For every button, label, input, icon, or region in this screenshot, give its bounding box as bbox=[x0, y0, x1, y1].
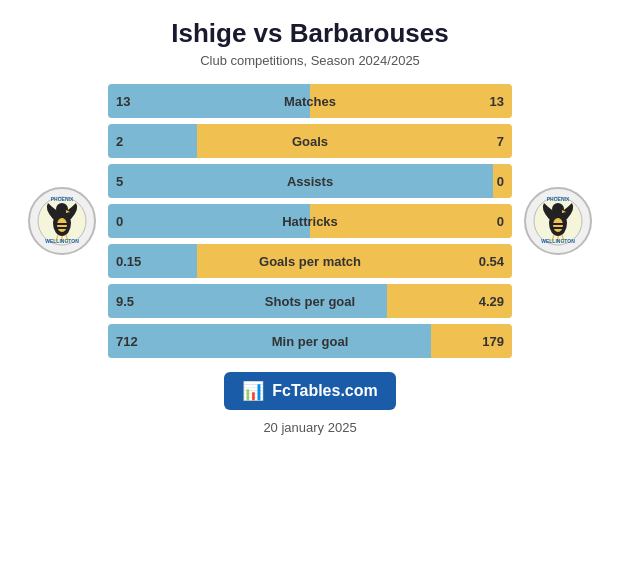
stat-right-value: 4.29 bbox=[479, 294, 504, 309]
stat-row: 2Goals7 bbox=[108, 124, 512, 158]
fctables-icon: 📊 bbox=[242, 380, 264, 402]
svg-rect-13 bbox=[553, 227, 563, 229]
stat-row: 9.5Shots per goal4.29 bbox=[108, 284, 512, 318]
svg-rect-12 bbox=[553, 223, 563, 225]
stat-row: 712Min per goal179 bbox=[108, 324, 512, 358]
stat-left-value: 9.5 bbox=[116, 294, 134, 309]
svg-text:WELLINGTON: WELLINGTON bbox=[45, 238, 79, 244]
stat-left-value: 2 bbox=[116, 134, 123, 149]
stat-row: 0.15Goals per match0.54 bbox=[108, 244, 512, 278]
stat-right-value: 0 bbox=[497, 174, 504, 189]
bar-left bbox=[108, 204, 310, 238]
page-wrapper: Ishige vs Barbarouses Club competitions,… bbox=[0, 0, 620, 580]
stat-right-value: 7 bbox=[497, 134, 504, 149]
svg-rect-4 bbox=[57, 223, 67, 225]
fctables-text: FcTables.com bbox=[272, 382, 378, 400]
page-title: Ishige vs Barbarouses bbox=[171, 18, 448, 49]
bar-left bbox=[108, 84, 310, 118]
svg-point-10 bbox=[552, 203, 564, 215]
page-subtitle: Club competitions, Season 2024/2025 bbox=[200, 53, 420, 68]
bar-left bbox=[108, 324, 431, 358]
svg-text:PHOENIX: PHOENIX bbox=[51, 196, 74, 202]
avatar-left: WELLINGTON PHOENIX bbox=[22, 181, 102, 261]
comparison-area: WELLINGTON PHOENIX 13Matches132Goals75As… bbox=[30, 84, 590, 358]
avatar-right: WELLINGTON PHOENIX bbox=[518, 181, 598, 261]
stat-left-value: 5 bbox=[116, 174, 123, 189]
stat-right-value: 0.54 bbox=[479, 254, 504, 269]
fctables-badge: 📊 FcTables.com bbox=[224, 372, 396, 410]
team-badge-right: WELLINGTON PHOENIX bbox=[524, 187, 592, 255]
bar-right bbox=[310, 84, 512, 118]
stat-right-value: 13 bbox=[490, 94, 504, 109]
svg-rect-5 bbox=[57, 227, 67, 229]
bar-right bbox=[197, 124, 512, 158]
stat-left-value: 0 bbox=[116, 214, 123, 229]
team-badge-left: WELLINGTON PHOENIX bbox=[28, 187, 96, 255]
stat-label: Assists bbox=[287, 174, 333, 189]
stat-left-value: 13 bbox=[116, 94, 130, 109]
svg-text:PHOENIX: PHOENIX bbox=[547, 196, 570, 202]
stat-left-value: 712 bbox=[116, 334, 138, 349]
stat-row: 5Assists0 bbox=[108, 164, 512, 198]
svg-text:WELLINGTON: WELLINGTON bbox=[541, 238, 575, 244]
stats-container: 13Matches132Goals75Assists00Hattricks00.… bbox=[108, 84, 512, 358]
svg-point-2 bbox=[56, 203, 68, 215]
stat-left-value: 0.15 bbox=[116, 254, 141, 269]
stat-label: Goals per match bbox=[259, 254, 361, 269]
stat-row: 0Hattricks0 bbox=[108, 204, 512, 238]
stat-label: Shots per goal bbox=[265, 294, 355, 309]
stat-right-value: 0 bbox=[497, 214, 504, 229]
stat-label: Goals bbox=[292, 134, 328, 149]
stat-label: Hattricks bbox=[282, 214, 338, 229]
stat-row: 13Matches13 bbox=[108, 84, 512, 118]
footer-date: 20 january 2025 bbox=[263, 420, 356, 435]
bar-right bbox=[310, 204, 512, 238]
stat-label: Matches bbox=[284, 94, 336, 109]
stat-label: Min per goal bbox=[272, 334, 349, 349]
stat-right-value: 179 bbox=[482, 334, 504, 349]
